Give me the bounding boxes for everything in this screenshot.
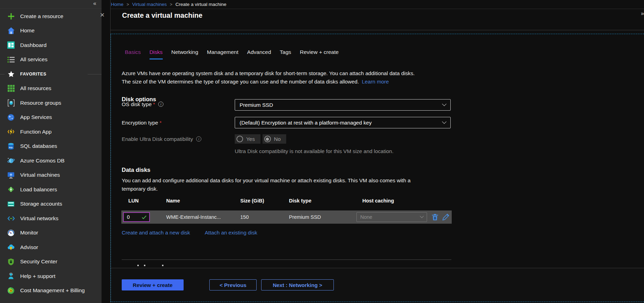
- column-header-size: Size (GiB): [240, 198, 264, 204]
- sidebar-item-all-services[interactable]: All services: [0, 53, 102, 67]
- sidebar-item-label: All resources: [20, 85, 51, 91]
- sidebar-item-resource-groups[interactable]: Resource groups: [0, 96, 102, 110]
- tab-basics[interactable]: Basics: [125, 49, 141, 59]
- breadcrumb-home-link[interactable]: Home: [111, 2, 123, 7]
- required-asterisk: *: [153, 101, 155, 107]
- sidebar-item-function-app[interactable]: Function App: [0, 125, 102, 139]
- create-attach-new-disk-link[interactable]: Create and attach a new disk: [122, 230, 190, 236]
- tab-review-create[interactable]: Review + create: [300, 49, 339, 59]
- ultra-disk-yes-option[interactable]: Yes: [235, 134, 260, 144]
- previous-button[interactable]: < Previous: [209, 279, 257, 290]
- intro-text: Azure VMs have one operating system disk…: [122, 69, 415, 86]
- os-disk-type-label: OS disk type * i: [122, 101, 163, 107]
- sidebar-item-label: Azure Cosmos DB: [20, 158, 64, 164]
- ultra-disk-note: Ultra Disk compatibility is not availabl…: [235, 148, 394, 154]
- sidebar-item-label: Resource groups: [20, 100, 61, 106]
- tab-tags[interactable]: Tags: [280, 49, 291, 59]
- breadcrumb-virtual-machines-link[interactable]: Virtual machines: [132, 2, 167, 7]
- breadcrumb: Home > Virtual machines > Create a virtu…: [111, 0, 226, 9]
- sidebar-item-azure-cosmos-db[interactable]: Azure Cosmos DB: [0, 153, 102, 168]
- blade-left-border: [110, 0, 111, 303]
- sidebar-divider: [0, 8, 102, 9]
- info-icon[interactable]: i: [196, 136, 201, 142]
- breadcrumb-separator: >: [170, 2, 172, 7]
- vm-monitor-icon: [7, 171, 15, 179]
- required-asterisk: *: [160, 120, 162, 126]
- data-disk-row: 0 WME-External-Instanc... 150 Premium SS…: [121, 210, 452, 224]
- expand-panel-icon[interactable]: »: [641, 10, 644, 17]
- sidebar-item-label: Function App: [20, 129, 51, 135]
- edit-disk-icon[interactable]: [442, 213, 450, 221]
- database-icon: SQL: [7, 142, 15, 150]
- disk-size-cell: 150: [240, 210, 249, 224]
- sidebar-item-label: All services: [20, 56, 47, 63]
- tab-disks[interactable]: Disks: [150, 49, 163, 59]
- sidebar-item-virtual-machines[interactable]: Virtual machines: [0, 168, 102, 183]
- radio-checked-icon: [264, 136, 271, 142]
- advisor-cloud-icon: [7, 243, 15, 251]
- section-divider: [122, 260, 451, 260]
- lun-input[interactable]: 0: [123, 212, 150, 222]
- sidebar-nav: Create a resource Home Dashboard All ser…: [0, 9, 102, 298]
- wizard-footer: Review + create < Previous Next : Networ…: [111, 268, 644, 303]
- sidebar-item-advisor[interactable]: Advisor: [0, 240, 102, 255]
- svg-text:$: $: [10, 289, 12, 292]
- sidebar-item-dashboard[interactable]: Dashboard: [0, 38, 102, 53]
- host-caching-dropdown[interactable]: None: [356, 212, 427, 222]
- sidebar-item-load-balancers[interactable]: Load balancers: [0, 182, 102, 197]
- sidebar-item-label: Load balancers: [20, 186, 57, 193]
- shield-lock-icon: [7, 258, 15, 266]
- column-header-host-caching: Host caching: [362, 198, 394, 204]
- home-icon: [7, 27, 15, 35]
- sidebar-item-cost-management-billing[interactable]: $ Cost Management + Billing: [0, 284, 102, 298]
- sidebar-item-create-a-resource[interactable]: Create a resource: [0, 9, 102, 24]
- sidebar-item-label: Virtual machines: [20, 172, 60, 178]
- sidebar-item-storage-accounts[interactable]: Storage accounts: [0, 197, 102, 212]
- sidebar-item-label: Virtual networks: [20, 215, 58, 222]
- tab-management[interactable]: Management: [207, 49, 238, 59]
- encryption-type-dropdown[interactable]: (Default) Encryption at rest with a plat…: [235, 117, 451, 128]
- ultra-disk-no-option[interactable]: No: [263, 134, 286, 144]
- review-create-button[interactable]: Review + create: [122, 279, 184, 290]
- attach-existing-disk-link[interactable]: Attach an existing disk: [205, 230, 257, 236]
- sidebar-item-label: Security Center: [20, 258, 57, 265]
- cube-icon: [7, 99, 15, 107]
- sidebar-item-app-services[interactable]: App Services: [0, 110, 102, 125]
- sidebar-item-sql-databases[interactable]: SQL SQL databases: [0, 139, 102, 154]
- svg-text:SQL: SQL: [9, 146, 13, 149]
- ultra-disk-label: Enable Ultra Disk compatibility i: [122, 136, 201, 142]
- learn-more-link[interactable]: Learn more: [362, 79, 389, 85]
- storage-icon: [7, 200, 15, 208]
- sidebar-item-label: Storage accounts: [20, 201, 62, 207]
- breadcrumb-separator: >: [127, 2, 129, 7]
- radio-unchecked-icon: [236, 136, 243, 142]
- delete-disk-icon[interactable]: [431, 213, 439, 221]
- column-header-lun: LUN: [128, 198, 139, 204]
- breadcrumb-current: Create a virtual machine: [176, 2, 226, 7]
- breadcrumb-divider: [111, 9, 644, 9]
- tab-networking[interactable]: Networking: [171, 49, 199, 59]
- sidebar-item-security-center[interactable]: Security Center: [0, 255, 102, 269]
- sidebar-item-all-resources[interactable]: All resources: [0, 81, 102, 96]
- favorites-rule: [0, 74, 5, 74]
- data-disks-heading: Data disks: [122, 167, 151, 173]
- grid-icon: [7, 85, 15, 93]
- tab-advanced[interactable]: Advanced: [247, 49, 271, 59]
- sidebar-item-label: Create a resource: [20, 13, 63, 19]
- collapse-sidebar-icon[interactable]: «: [93, 0, 96, 7]
- sidebar-item-virtual-networks[interactable]: Virtual networks: [0, 211, 102, 226]
- close-blade-icon[interactable]: ✕: [100, 11, 105, 19]
- list-icon: [7, 56, 15, 64]
- dashboard-icon: [7, 41, 15, 49]
- next-networking-button[interactable]: Next : Networking >: [261, 279, 334, 290]
- info-icon[interactable]: i: [158, 102, 163, 107]
- sidebar-item-home[interactable]: Home: [0, 24, 102, 38]
- page-title: Create a virtual machine: [122, 11, 202, 19]
- lun-value: 0: [127, 214, 130, 220]
- sidebar-item-label: Monitor: [20, 230, 38, 236]
- clipped-text-fragment: [162, 265, 163, 266]
- clipped-text-fragment: [137, 265, 139, 266]
- sidebar-item-monitor[interactable]: Monitor: [0, 226, 102, 240]
- sidebar-item-help-support[interactable]: Help + support: [0, 269, 102, 284]
- os-disk-type-dropdown[interactable]: Premium SSD: [235, 99, 451, 111]
